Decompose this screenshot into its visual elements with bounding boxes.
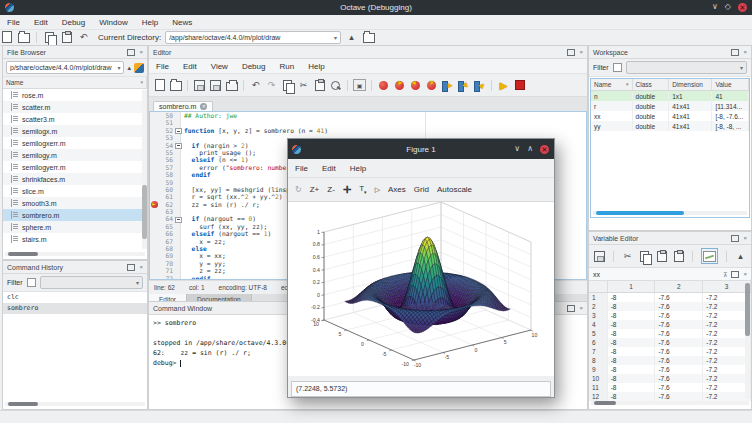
variable-editor-vscrollbar[interactable] [745, 281, 750, 399]
paste-table-button[interactable] [673, 250, 684, 262]
file-item-slice[interactable]: slice.m [3, 185, 147, 197]
step-out-button[interactable]: ► [473, 80, 486, 91]
file-item-scatter3[interactable]: scatter3.m [3, 113, 147, 125]
minimize-icon[interactable]: ∨ [712, 2, 718, 12]
variable-tab-xx[interactable]: xx ⊼× [589, 268, 751, 281]
figure-menu-help[interactable]: Help [343, 164, 373, 173]
figure-menu-file[interactable]: File [288, 164, 315, 173]
plot-variable-button[interactable] [701, 248, 718, 264]
up-level-button[interactable]: ▴ [735, 250, 746, 262]
file-item-semilogxerr[interactable]: semilogxerr.m [3, 137, 147, 149]
run-button[interactable]: ▶ [497, 79, 510, 91]
file-browser-header[interactable]: Name▾ [3, 77, 147, 89]
ve-col-3[interactable]: 3 [703, 281, 751, 292]
octave-folder-icon[interactable] [134, 63, 144, 73]
code-line-51[interactable]: 51 [150, 119, 586, 126]
workspace-row-yy[interactable]: yydouble41x41[-8, -8, ... [591, 121, 749, 131]
filter-checkbox[interactable] [27, 278, 36, 287]
editor-menu-debug[interactable]: Debug [235, 62, 273, 71]
workspace-table-header[interactable]: Name ▾ClassDimensionValue [591, 79, 749, 91]
open-file-button[interactable] [17, 31, 30, 43]
file-browser-vscrollbar[interactable] [142, 90, 147, 249]
ve-row-11[interactable]: 11-8-7.6-7.2 [589, 383, 751, 392]
ve-col-1[interactable]: 1 [608, 281, 656, 292]
ve-col-2[interactable]: 2 [655, 281, 703, 292]
menu-news[interactable]: News [165, 18, 199, 27]
close-tab-icon[interactable]: ✕ [200, 103, 207, 110]
file-item-smooth3[interactable]: smooth3.m [3, 197, 147, 209]
history-item-sombrero[interactable]: sombrero [3, 303, 147, 314]
close-panel-icon[interactable]: × [139, 49, 143, 55]
code-line-50[interactable]: 50## Author: jwe [150, 112, 586, 119]
maximize-icon[interactable]: ◇ [725, 2, 731, 12]
figure-menu-edit[interactable]: Edit [315, 164, 343, 173]
next-breakpoint-button[interactable]: ► [393, 79, 406, 91]
float-panel-icon[interactable] [127, 264, 135, 271]
directory-up-button[interactable]: ▴ [345, 31, 358, 43]
select-icon[interactable]: ▷ [375, 186, 380, 194]
paste-button[interactable] [656, 250, 667, 262]
save-button[interactable] [193, 79, 206, 91]
workspace-col-name[interactable]: Name ▾ [591, 79, 633, 90]
workspace-row-xx[interactable]: xxdouble41x41[-8, -7.6... [591, 111, 749, 121]
file-item-sombrero[interactable]: sombrero.m [3, 209, 147, 221]
ve-row-12[interactable]: 12-8-7.6-7.2 [589, 392, 751, 401]
float-panel-icon[interactable] [127, 49, 135, 56]
toggle-breakpoint-button[interactable] [377, 79, 390, 91]
zoom-in-button[interactable]: Z+ [310, 185, 320, 194]
command-history-hscrollbar[interactable] [5, 402, 145, 406]
copy-button[interactable] [639, 250, 650, 262]
filter-checkbox[interactable] [613, 63, 622, 72]
workspace-col-value[interactable]: Value [712, 79, 749, 90]
pan-icon[interactable]: ✛ [343, 184, 351, 195]
browse-directory-button[interactable] [362, 31, 375, 43]
new-file-button[interactable] [153, 79, 166, 91]
save-button[interactable] [594, 250, 605, 262]
ve-row-10[interactable]: 10-8-7.6-7.2 [589, 374, 751, 383]
ve-row-4[interactable]: 4-8-7.6-7.2 [589, 320, 751, 329]
variable-editor-hscrollbar[interactable] [591, 401, 749, 405]
float-panel-icon[interactable] [731, 235, 739, 242]
editor-menu-file[interactable]: File [149, 62, 176, 71]
open-file-button[interactable] [169, 79, 182, 91]
maximize-icon[interactable]: ∧ [527, 144, 533, 154]
code-line-52[interactable]: 52function [x, y, z] = sombrero (n = 41) [150, 127, 586, 134]
find-button[interactable] [329, 79, 342, 91]
figure-canvas[interactable]: -10-50510-10-50510-0.4-0.200.20.40.60.81 [288, 202, 554, 376]
print-button[interactable] [225, 79, 238, 91]
file-item-semilogyerr[interactable]: semilogyerr.m [3, 161, 147, 173]
folder-up-icon[interactable]: ▴ [127, 64, 131, 72]
zoom-out-button[interactable]: Z- [327, 185, 335, 194]
file-item-sphere[interactable]: sphere.m [3, 221, 147, 233]
grid-button[interactable]: Grid [414, 185, 429, 194]
cut-button[interactable]: ✂ [622, 250, 633, 262]
menu-file[interactable]: File [0, 18, 27, 27]
workspace-hscrollbar[interactable] [593, 211, 747, 215]
close-panel-icon[interactable]: × [743, 235, 747, 241]
filter-combobox[interactable]: ▾ [40, 276, 143, 289]
file-browser-path-combobox[interactable]: p/share/octave/4.4.0/m/plot/draw▾ [6, 61, 124, 74]
file-item-semilogx[interactable]: semilogx.m [3, 125, 147, 137]
clear-breakpoints-button[interactable]: ✕ [425, 79, 438, 91]
workspace-col-class[interactable]: Class [633, 79, 670, 90]
workspace-row-n[interactable]: ndouble1x141 [591, 91, 749, 101]
insert-text-button[interactable]: T▾ [359, 184, 366, 195]
close-panel-icon[interactable]: × [743, 49, 747, 55]
close-panel-icon[interactable]: × [743, 271, 747, 277]
redo-button[interactable]: ↷ [265, 79, 278, 91]
editor-menu-view[interactable]: View [204, 62, 235, 71]
file-item-semilogy[interactable]: semilogy.m [3, 149, 147, 161]
undo-button[interactable]: ↶ [77, 31, 90, 43]
undo-button[interactable]: ↶ [249, 79, 262, 91]
ve-row-1[interactable]: 1-8-7.6-7.2 [589, 293, 751, 302]
cut-button[interactable]: ✂ [297, 79, 310, 91]
paste-button[interactable] [60, 31, 73, 43]
workspace-col-dimension[interactable]: Dimension [669, 79, 712, 90]
menu-debug[interactable]: Debug [55, 18, 93, 27]
file-item-scatter[interactable]: scatter.m [3, 101, 147, 113]
copy-button[interactable] [43, 31, 56, 43]
step-button[interactable]: ► [441, 80, 454, 91]
workspace-row-r[interactable]: rdouble41x41[11.314... [591, 101, 749, 111]
stop-button[interactable] [513, 79, 526, 91]
menu-edit[interactable]: Edit [27, 18, 55, 27]
